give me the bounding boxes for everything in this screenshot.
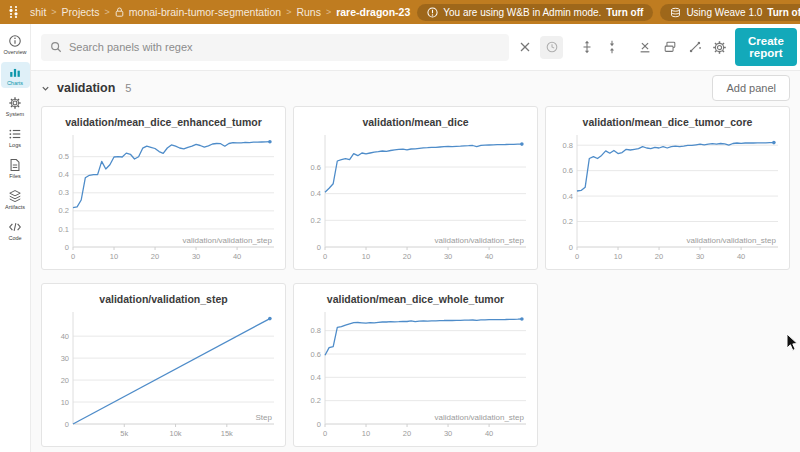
sidebar-item-system[interactable]: System xyxy=(1,93,30,119)
svg-text:0.3: 0.3 xyxy=(59,188,69,197)
admin-turn-off-button[interactable]: Turn off xyxy=(606,7,643,18)
svg-text:10k: 10k xyxy=(170,429,182,438)
svg-text:0: 0 xyxy=(65,243,69,252)
sidebar-item-label: Charts xyxy=(7,80,23,86)
panel-mean-dice-enhanced-tumor[interactable]: validation/mean_dice_enhanced_tumor 00.1… xyxy=(41,106,286,270)
admin-mode-message: You are using W&B in Admin mode. xyxy=(443,7,601,18)
breadcrumb-user[interactable]: shit xyxy=(30,6,46,18)
svg-text:10: 10 xyxy=(362,429,370,438)
panel-mean-dice[interactable]: validation/mean_dice 00.20.40.6010203040… xyxy=(293,106,538,270)
breadcrumb-separator: > xyxy=(326,7,331,17)
svg-text:30: 30 xyxy=(192,252,200,261)
svg-text:0.2: 0.2 xyxy=(311,216,321,225)
svg-text:15k: 15k xyxy=(221,429,233,438)
svg-text:0.6: 0.6 xyxy=(563,166,573,175)
svg-text:30: 30 xyxy=(61,354,69,363)
panel-grid: validation/mean_dice_enhanced_tumor 00.1… xyxy=(41,106,790,447)
svg-text:validation/validation_step: validation/validation_step xyxy=(687,236,777,245)
breadcrumb-projects[interactable]: Projects xyxy=(62,6,100,18)
weave-turn-off-button[interactable]: Turn off xyxy=(767,7,800,18)
list-icon xyxy=(8,127,22,141)
weave-banner: Using Weave 1.0 Turn off xyxy=(660,4,800,21)
section-header: validation 5 Add panel xyxy=(41,73,790,103)
workspace-toolbar: Create report xyxy=(31,24,800,71)
clear-search-icon[interactable] xyxy=(515,38,534,57)
svg-text:40: 40 xyxy=(61,332,69,341)
svg-text:0.4: 0.4 xyxy=(311,189,321,198)
svg-text:validation/validation_step: validation/validation_step xyxy=(435,413,525,422)
sidebar-item-label: Logs xyxy=(9,142,21,148)
breadcrumb-run-name[interactable]: rare-dragon-23 xyxy=(336,6,410,18)
sidebar-item-logs[interactable]: Logs xyxy=(1,124,30,150)
wandb-logo[interactable] xyxy=(8,5,23,19)
svg-text:0.4: 0.4 xyxy=(311,373,321,382)
svg-text:0: 0 xyxy=(65,420,69,429)
history-clock-icon[interactable] xyxy=(540,36,563,59)
panel-search[interactable] xyxy=(41,34,509,61)
panel-title: validation/mean_dice_enhanced_tumor xyxy=(46,116,281,128)
breadcrumb-project[interactable]: monai-brain-tumor-segmentation xyxy=(129,6,281,18)
svg-text:40: 40 xyxy=(485,252,493,261)
x-axis-icon[interactable] xyxy=(635,38,654,57)
sidebar-item-code[interactable]: Code xyxy=(1,217,30,243)
panel-mean-dice-whole-tumor[interactable]: validation/mean_dice_whole_tumor 00.20.4… xyxy=(293,283,538,447)
sidebar-item-charts[interactable]: Charts xyxy=(1,62,30,88)
svg-text:0: 0 xyxy=(71,252,75,261)
svg-text:0.5: 0.5 xyxy=(59,152,69,161)
chart-canvas[interactable]: 0102030405k10k15kStep xyxy=(46,306,281,440)
svg-text:0.4: 0.4 xyxy=(59,170,69,179)
svg-text:0: 0 xyxy=(569,243,573,252)
breadcrumb-separator: > xyxy=(105,7,110,17)
chart-canvas[interactable]: 00.10.20.30.40.5010203040validation/vali… xyxy=(46,129,281,263)
search-input[interactable] xyxy=(69,41,500,53)
sidebar-item-files[interactable]: Files xyxy=(1,155,30,181)
chart-canvas[interactable]: 00.20.40.60.8010203040validation/validat… xyxy=(550,129,785,263)
svg-text:40: 40 xyxy=(737,252,745,261)
svg-text:10: 10 xyxy=(614,252,622,261)
sidebar-item-label: Overview xyxy=(4,49,27,55)
chart-canvas[interactable]: 00.20.40.60.8010203040validation/validat… xyxy=(298,306,533,440)
code-icon xyxy=(8,220,22,234)
svg-text:validation/validation_step: validation/validation_step xyxy=(435,236,525,245)
settings-gear-icon[interactable] xyxy=(710,38,729,57)
panel-title: validation/mean_dice_tumor_core xyxy=(550,116,785,128)
magic-icon[interactable] xyxy=(685,38,704,57)
top-navbar: shit > Projects > monai-brain-tumor-segm… xyxy=(0,0,800,24)
svg-text:0.8: 0.8 xyxy=(311,326,321,335)
svg-text:0: 0 xyxy=(317,243,321,252)
sidebar-item-artifacts[interactable]: Artifacts xyxy=(1,186,30,212)
svg-text:0.2: 0.2 xyxy=(563,217,573,226)
add-panel-button[interactable]: Add panel xyxy=(712,75,790,101)
chart-canvas[interactable]: 00.20.40.6010203040validation/validation… xyxy=(298,129,533,263)
svg-text:validation/validation_step: validation/validation_step xyxy=(183,236,273,245)
layers-icon xyxy=(8,189,22,203)
section-title[interactable]: validation xyxy=(57,81,115,95)
svg-text:0.6: 0.6 xyxy=(311,163,321,172)
sidebar-item-label: Files xyxy=(9,173,21,179)
weave-icon xyxy=(670,7,681,18)
svg-text:0: 0 xyxy=(317,420,321,429)
svg-text:0.4: 0.4 xyxy=(563,192,573,201)
svg-text:20: 20 xyxy=(151,252,159,261)
panels-section: validation 5 Add panel validation/mean_d… xyxy=(31,71,800,452)
svg-text:Step: Step xyxy=(256,413,273,422)
svg-text:0.1: 0.1 xyxy=(59,225,69,234)
svg-text:0.2: 0.2 xyxy=(59,206,69,215)
sidebar-item-overview[interactable]: Overview xyxy=(1,31,30,57)
lock-icon xyxy=(115,7,124,17)
svg-text:0.2: 0.2 xyxy=(311,396,321,405)
collapse-sections-icon[interactable] xyxy=(602,38,621,57)
panel-layout-icon[interactable] xyxy=(660,38,679,57)
svg-text:30: 30 xyxy=(444,252,452,261)
create-report-button[interactable]: Create report xyxy=(735,28,797,66)
chevron-down-icon[interactable] xyxy=(41,84,50,93)
expand-sections-icon[interactable] xyxy=(577,38,596,57)
breadcrumb-runs[interactable]: Runs xyxy=(296,6,321,18)
sidebar-item-label: Code xyxy=(8,235,21,241)
info-circle-icon xyxy=(8,34,22,48)
svg-text:10: 10 xyxy=(362,252,370,261)
panel-validation-step[interactable]: validation/validation_step 0102030405k10… xyxy=(41,283,286,447)
svg-text:20: 20 xyxy=(61,376,69,385)
panel-mean-dice-tumor-core[interactable]: validation/mean_dice_tumor_core 00.20.40… xyxy=(545,106,790,270)
svg-text:0.8: 0.8 xyxy=(563,141,573,150)
